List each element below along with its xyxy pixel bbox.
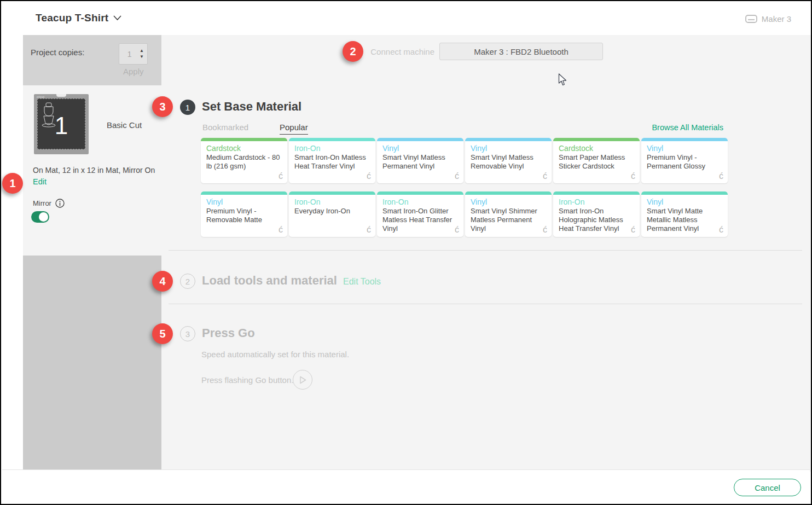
material-strip bbox=[641, 191, 728, 195]
footer-bar: Cancel bbox=[2, 469, 810, 503]
material-strip bbox=[553, 191, 640, 195]
material-category: Vinyl bbox=[647, 198, 722, 206]
material-card[interactable]: Cardstock Medium Cardstock - 80 lb (216 … bbox=[201, 138, 287, 183]
material-name: Smart Iron-On Holographic Matless Heat T… bbox=[559, 207, 635, 233]
material-card[interactable]: Vinyl Smart Vinyl Matless Permanent Viny… bbox=[377, 138, 463, 183]
copies-input[interactable]: 1 ▲ ▼ bbox=[119, 43, 148, 65]
machine-status[interactable]: Maker 3 bbox=[745, 14, 791, 24]
material-category: Vinyl bbox=[471, 198, 546, 206]
material-card[interactable]: Vinyl Premium Vinyl - Removable Matte ć bbox=[201, 191, 287, 237]
material-strip bbox=[201, 138, 287, 141]
material-strip bbox=[289, 138, 375, 141]
material-card[interactable]: Iron-On Smart Iron-On Glitter Matless He… bbox=[377, 191, 463, 237]
material-name: Everyday Iron-On bbox=[294, 207, 371, 216]
annotation-callout-4: 4 bbox=[152, 271, 173, 292]
machine-select-button[interactable]: Maker 3 : FBD2 Bluetooth bbox=[439, 43, 603, 60]
material-name: Premium Vinyl - Removable Matte bbox=[206, 207, 283, 224]
material-name: Smart Iron-On Matless Heat Transfer Viny… bbox=[294, 153, 371, 171]
material-card[interactable]: Vinyl Smart Vinyl Matless Removable Viny… bbox=[465, 138, 552, 183]
material-category: Iron-On bbox=[294, 198, 370, 206]
mat-panel: cricut 1 Basic Cut On Mat, 12 in x 12 in… bbox=[23, 85, 161, 256]
cricut-logo-icon: ć bbox=[279, 171, 283, 181]
cricut-logo-icon: ć bbox=[455, 171, 459, 181]
material-category: Cardstock bbox=[559, 144, 634, 153]
project-copies-label: Project copies: bbox=[31, 48, 84, 57]
go-note: Press flashing Go button. bbox=[201, 375, 293, 385]
material-strip bbox=[465, 191, 552, 195]
cricut-logo-icon: ć bbox=[367, 225, 371, 235]
app-window: Teacup T-Shirt Maker 3 Project copies: 1… bbox=[0, 0, 812, 505]
annotation-callout-1: 1 bbox=[2, 173, 23, 194]
copies-stepper: ▲ ▼ bbox=[140, 49, 147, 59]
step1-badge: 1 bbox=[180, 100, 195, 115]
cricut-logo-icon: ć bbox=[719, 225, 723, 235]
mouse-cursor bbox=[558, 73, 567, 87]
material-card[interactable]: Iron-On Smart Iron-On Holographic Matles… bbox=[553, 191, 640, 237]
material-category: Iron-On bbox=[382, 198, 458, 206]
material-strip bbox=[377, 191, 463, 195]
material-name: Premium Vinyl - Permanent Glossy bbox=[647, 153, 723, 171]
step2-title: Load tools and material bbox=[202, 274, 337, 288]
copies-increment-arrow[interactable]: ▲ bbox=[140, 49, 144, 53]
material-category: Vinyl bbox=[382, 144, 458, 153]
edit-tools-link[interactable]: Edit Tools bbox=[343, 277, 381, 287]
info-icon[interactable] bbox=[55, 199, 65, 208]
apply-button[interactable]: Apply bbox=[123, 67, 144, 76]
step3-badge: 3 bbox=[180, 326, 195, 341]
mat-summary: On Mat, 12 in x 12 in Mat, Mirror On bbox=[33, 166, 160, 175]
material-category: Cardstock bbox=[206, 144, 282, 153]
machine-name-label: Maker 3 bbox=[762, 14, 791, 24]
material-card[interactable]: Iron-On Everyday Iron-On ć bbox=[289, 191, 375, 237]
material-strip bbox=[201, 191, 287, 195]
material-name: Medium Cardstock - 80 lb (216 gsm) bbox=[206, 153, 283, 171]
copies-decrement-arrow[interactable]: ▼ bbox=[140, 55, 144, 59]
material-category: Iron-On bbox=[294, 144, 370, 153]
material-card[interactable]: Iron-On Smart Iron-On Matless Heat Trans… bbox=[289, 138, 375, 183]
speed-note: Speed automatically set for this materia… bbox=[201, 350, 349, 359]
edit-mat-link[interactable]: Edit bbox=[33, 177, 47, 186]
project-title: Teacup T-Shirt bbox=[36, 12, 108, 24]
annotation-callout-2: 2 bbox=[343, 41, 363, 62]
material-name: Smart Vinyl Shimmer Matless Permanent Vi… bbox=[471, 207, 547, 233]
machine-icon bbox=[745, 15, 757, 23]
annotation-callout-5: 5 bbox=[152, 323, 173, 344]
mat-notch bbox=[56, 94, 66, 97]
mat-cut-area: 1 bbox=[37, 98, 85, 149]
tab-popular[interactable]: Popular bbox=[280, 123, 308, 135]
browse-all-materials-link[interactable]: Browse All Materials bbox=[652, 123, 723, 132]
material-card[interactable]: Vinyl Smart Vinyl Shimmer Matless Perman… bbox=[465, 191, 552, 237]
project-title-menu[interactable]: Teacup T-Shirt bbox=[36, 12, 121, 24]
mirror-toggle[interactable] bbox=[31, 211, 49, 223]
cut-type-label: Basic Cut bbox=[107, 120, 142, 130]
material-card[interactable]: Vinyl Premium Vinyl - Permanent Glossy ć bbox=[641, 138, 728, 183]
mirror-label: Mirror bbox=[33, 199, 51, 207]
material-card[interactable]: Vinyl Smart Vinyl Matte Metallic Matless… bbox=[641, 191, 728, 237]
material-name: Smart Vinyl Matless Removable Vinyl bbox=[471, 153, 547, 171]
step2-badge: 2 bbox=[180, 274, 195, 289]
mat-thumbnail[interactable]: cricut 1 bbox=[34, 94, 89, 154]
material-strip bbox=[641, 138, 728, 141]
step3-title: Press Go bbox=[202, 326, 255, 340]
cricut-logo-icon: ć bbox=[719, 171, 723, 181]
material-name: Smart Paper Matless Sticker Cardstock bbox=[559, 153, 635, 171]
cancel-button[interactable]: Cancel bbox=[734, 479, 801, 496]
material-name: Smart Vinyl Matless Permanent Vinyl bbox=[382, 153, 459, 171]
mirror-toggle-knob bbox=[39, 212, 48, 222]
annotation-callout-3: 3 bbox=[152, 96, 173, 117]
mirror-row: Mirror bbox=[33, 199, 65, 208]
cricut-logo-icon: ć bbox=[543, 171, 547, 181]
material-category: Vinyl bbox=[471, 144, 546, 153]
material-name: Smart Vinyl Matte Metallic Matless Perma… bbox=[647, 207, 723, 233]
cricut-logo-icon: ć bbox=[543, 225, 547, 235]
step1-title: Set Base Material bbox=[202, 100, 301, 114]
material-category: Vinyl bbox=[206, 198, 282, 206]
material-strip bbox=[289, 191, 375, 195]
copies-value: 1 bbox=[119, 50, 140, 59]
cricut-logo-icon: ć bbox=[631, 171, 635, 181]
material-category: Iron-On bbox=[559, 198, 634, 206]
tab-bookmarked[interactable]: Bookmarked bbox=[202, 123, 248, 132]
material-card[interactable]: Cardstock Smart Paper Matless Sticker Ca… bbox=[553, 138, 640, 183]
cricut-logo-icon: ć bbox=[631, 225, 635, 235]
material-strip bbox=[553, 138, 640, 141]
material-strip bbox=[465, 138, 552, 141]
